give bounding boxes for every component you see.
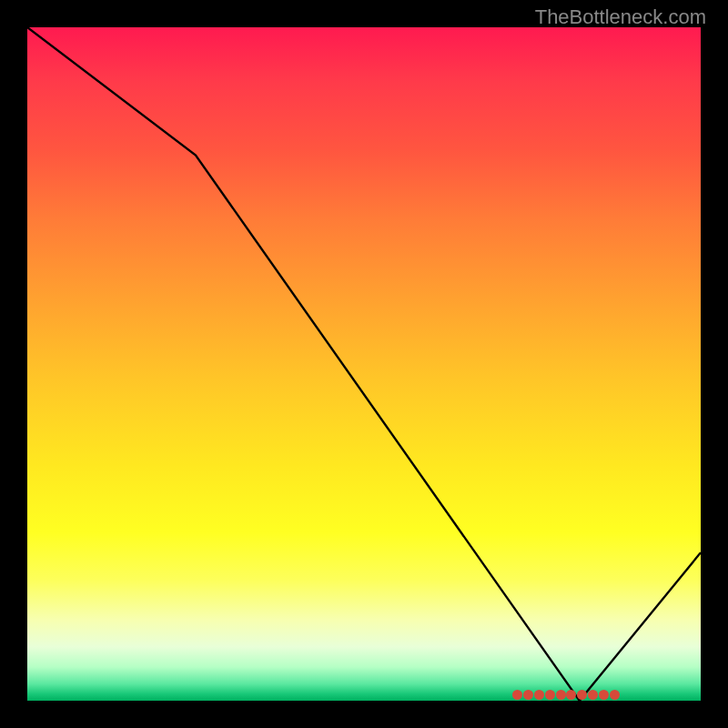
optimal-marker-dot xyxy=(556,690,566,700)
optimal-marker-dot xyxy=(577,690,587,700)
bottleneck-curve xyxy=(27,27,701,701)
optimal-marker-band xyxy=(512,690,620,701)
optimal-marker-dot xyxy=(566,690,576,700)
optimal-marker-dot xyxy=(610,690,620,700)
optimal-marker-dot xyxy=(588,690,598,700)
optimal-marker-dot xyxy=(512,690,522,700)
optimal-marker-dot xyxy=(599,690,609,700)
optimal-marker-dot xyxy=(545,690,555,700)
watermark-text: TheBottleneck.com xyxy=(535,5,706,29)
optimal-marker-dot xyxy=(534,690,544,700)
optimal-marker-dot xyxy=(523,690,533,700)
